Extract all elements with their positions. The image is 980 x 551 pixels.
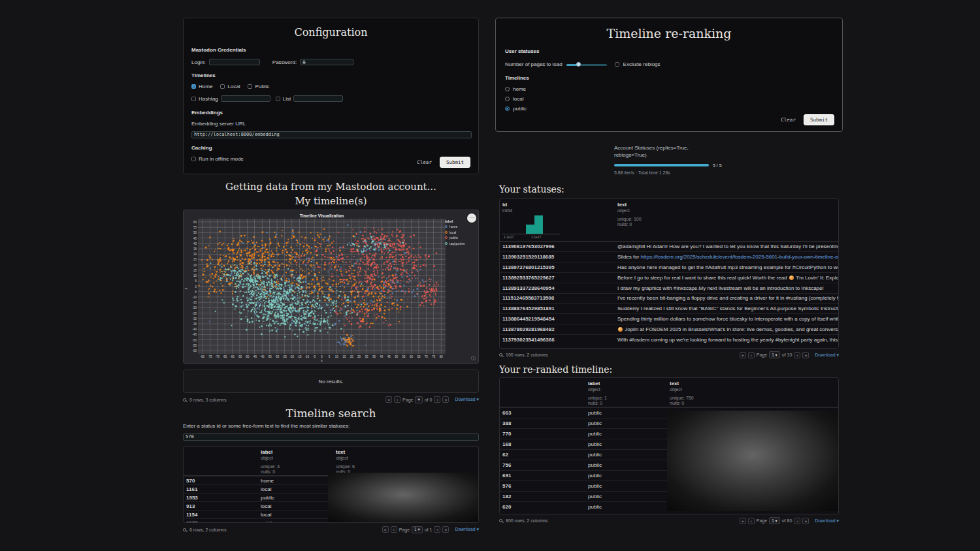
- chart-x-axis-label: x: [198, 358, 446, 362]
- page-label: Page: [402, 398, 413, 402]
- config-submit-button[interactable]: Submit: [440, 157, 470, 168]
- embedding-url-input[interactable]: [191, 131, 472, 138]
- legend-swatch-icon: [445, 231, 448, 234]
- page-count-label: of 80: [782, 518, 792, 523]
- table-row[interactable]: 113878029281968482 Joplin at FOSDEM 2025…: [500, 324, 838, 334]
- table-row[interactable]: 113892533765229627Before I go to sleep f…: [500, 272, 838, 283]
- table-row[interactable]: 113793023541496366With #fosdem coming up…: [500, 334, 838, 345]
- prev-page-button[interactable]: ‹: [391, 526, 397, 533]
- last-page-button[interactable]: »: [442, 396, 449, 403]
- download-link[interactable]: Download ▾: [455, 397, 479, 402]
- timeline-checkbox-label: Public: [255, 84, 269, 89]
- password-label: Password:: [272, 59, 297, 65]
- timeline-radio-home[interactable]: [505, 87, 510, 91]
- timeline-radio-public[interactable]: [505, 106, 510, 111]
- next-page-button[interactable]: ›: [794, 352, 800, 358]
- search-icon[interactable]: [499, 353, 502, 356]
- download-link[interactable]: Download ▾: [815, 518, 839, 524]
- table-row[interactable]: 113891337238640954I draw my graphics wit…: [500, 283, 838, 293]
- first-page-button[interactable]: «: [740, 518, 746, 524]
- last-page-button[interactable]: »: [442, 526, 449, 533]
- progress-stats: 5.88 iter/s · Total time 1.28s: [614, 170, 830, 175]
- search-icon[interactable]: [183, 398, 186, 401]
- timeline-checkbox-local[interactable]: [220, 84, 225, 89]
- download-link[interactable]: Download ▾: [815, 353, 839, 358]
- reranked-table-hover-overlay: [667, 411, 838, 511]
- pages-to-load-slider[interactable]: [566, 62, 607, 67]
- page-select[interactable]: 1 ▾: [769, 517, 780, 524]
- rerank-clear-button[interactable]: Clear: [781, 117, 796, 123]
- timeline-radio-local[interactable]: [505, 97, 510, 101]
- first-page-button[interactable]: «: [382, 526, 389, 533]
- legend-item-home[interactable]: home: [445, 225, 475, 228]
- column-header-id[interactable]: idint641.1e171.1e17: [500, 199, 615, 241]
- chart-info-icon[interactable]: ⓘ: [471, 355, 476, 362]
- reranked-heading: Your re-ranked timeline:: [499, 364, 843, 375]
- reranked-table: labelobjectunique: 1nulls: 0textobjectun…: [499, 377, 839, 514]
- column-header-label[interactable]: labelobjectunique: 1nulls: 0: [585, 378, 667, 407]
- heading-fetch: Getting data from my Mastodon account...: [183, 181, 479, 193]
- hashtag-input[interactable]: [221, 95, 270, 102]
- column-header: [500, 378, 585, 407]
- configuration-title: Configuration: [191, 26, 470, 39]
- legend-item-local[interactable]: local: [445, 230, 475, 234]
- list-input[interactable]: [293, 95, 343, 102]
- next-page-button[interactable]: ›: [434, 396, 440, 403]
- table-row[interactable]: 113908197653027996@adamghill Hi Adam! Ho…: [500, 242, 838, 252]
- last-page-button[interactable]: »: [802, 352, 809, 358]
- hashtag-checkbox[interactable]: [191, 97, 196, 101]
- timelines-section-label: Timelines: [191, 72, 470, 78]
- first-page-button[interactable]: «: [385, 396, 392, 403]
- no-results-text: No results.: [318, 379, 343, 385]
- table-row[interactable]: 111512465583713508I've recently been bit…: [500, 293, 838, 304]
- timeline-search-input[interactable]: [183, 433, 479, 441]
- search-icon[interactable]: [499, 519, 502, 522]
- table-row[interactable]: 113888764529851891Suddenly I realized I …: [500, 303, 838, 313]
- column-header-text[interactable]: textobjectunique: 100nulls: 0: [615, 199, 838, 241]
- timeline-checkbox-label: Local: [227, 84, 240, 89]
- next-page-button[interactable]: ›: [434, 526, 440, 533]
- chart-menu-button[interactable]: ⋯: [467, 213, 476, 223]
- column-header-text[interactable]: textobjectunique: 750nulls: 0: [667, 378, 838, 407]
- page-select[interactable]: 1 ▾: [769, 351, 780, 358]
- column-header-label[interactable]: labelobjectunique: 3nulls: 0: [258, 447, 333, 475]
- table-row[interactable]: 113903251529118685Slides for https://fos…: [500, 251, 838, 262]
- first-page-button[interactable]: «: [740, 352, 746, 358]
- table-row[interactable]: 113897276801215395Has anyone here manage…: [500, 262, 838, 272]
- exclude-reblogs-checkbox[interactable]: [615, 62, 619, 67]
- column-header-text[interactable]: textobjectunique: 6nulls: 0: [333, 447, 478, 475]
- progress-block: Account Statuses (replies=True, reblogs=…: [614, 145, 830, 175]
- app-canvas: Configuration Mastodon Credentials Login…: [0, 0, 980, 551]
- rows-columns-info: 100 rows, 2 columns: [506, 353, 547, 357]
- list-checkbox[interactable]: [276, 97, 280, 101]
- right-column: Timeline re-ranking User statuses Number…: [495, 16, 843, 525]
- page-count-label: of 10: [782, 353, 792, 357]
- legend-label: public: [449, 236, 458, 240]
- timeline-checkbox-public[interactable]: [248, 84, 252, 89]
- prev-page-button[interactable]: ‹: [748, 518, 755, 524]
- scatter-canvas[interactable]: [198, 219, 446, 354]
- rows-columns-info: 6 rows, 2 columns: [189, 527, 226, 532]
- page-select[interactable]: 1 ▾: [412, 526, 423, 533]
- next-page-button[interactable]: ›: [794, 518, 800, 524]
- download-link[interactable]: Download ▾: [455, 527, 479, 532]
- chart-plot-area[interactable]: -80-75-70-65-60-55-50-45-40-35-30-25-20-…: [198, 219, 446, 354]
- timeline-radio-group: homelocalpublic: [505, 86, 833, 112]
- table-row[interactable]: 113886445219548454Spending thirty millio…: [500, 313, 838, 324]
- config-clear-button[interactable]: Clear: [417, 159, 432, 165]
- left-column: Configuration Mastodon Credentials Login…: [183, 16, 479, 533]
- prev-page-button[interactable]: ‹: [748, 352, 755, 358]
- legend-item-tag-gopher[interactable]: tag/gopher: [445, 242, 475, 245]
- timeline-checkbox-home[interactable]: [191, 84, 196, 89]
- legend-item-public[interactable]: public: [445, 236, 475, 240]
- page-select[interactable]: ▾: [415, 396, 422, 403]
- password-input[interactable]: [300, 59, 353, 65]
- search-icon[interactable]: [183, 528, 186, 531]
- login-input[interactable]: [209, 59, 260, 65]
- status-link[interactable]: https://fosdem.org/2025/schedule/event/f…: [641, 254, 838, 260]
- chart-legend-items[interactable]: homelocalpublictag/gopher: [445, 225, 475, 245]
- last-page-button[interactable]: »: [802, 518, 809, 524]
- offline-mode-checkbox[interactable]: [191, 157, 196, 161]
- rerank-submit-button[interactable]: Submit: [804, 114, 834, 125]
- prev-page-button[interactable]: ‹: [394, 396, 400, 403]
